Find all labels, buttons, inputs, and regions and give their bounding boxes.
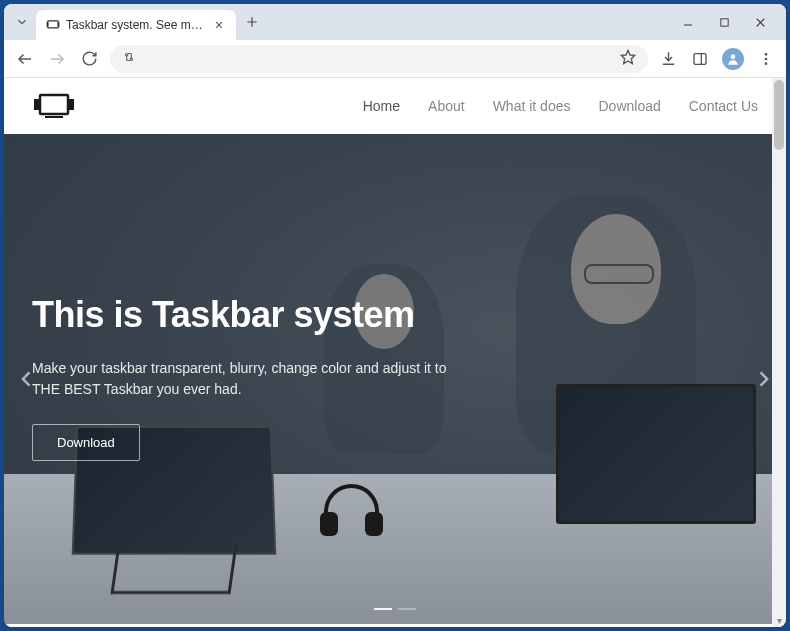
window-controls [678,12,778,32]
tab-close-button[interactable] [212,18,226,32]
carousel-dot-1[interactable] [374,608,392,610]
svg-rect-0 [48,21,59,28]
site-nav: Home About What it does Download Contact… [363,98,758,114]
hero-title: This is Taskbar system [32,294,472,336]
svg-rect-28 [40,95,68,114]
svg-rect-1 [47,22,49,27]
site-logo-icon[interactable] [32,91,76,121]
profile-avatar[interactable] [722,48,744,70]
svg-rect-2 [58,22,60,27]
svg-marker-19 [621,50,634,63]
nav-about[interactable]: About [428,98,465,114]
downloads-icon[interactable] [658,49,678,69]
new-tab-button[interactable] [240,10,264,34]
svg-rect-29 [34,99,40,110]
browser-tab[interactable]: Taskbar system. See more - do... [36,10,236,40]
maximize-button[interactable] [714,12,734,32]
hero-content: This is Taskbar system Make your taskbar… [32,294,472,461]
hero-section: This is Taskbar system Make your taskbar… [4,134,786,624]
site-header: Home About What it does Download Contact… [4,78,786,134]
side-panel-icon[interactable] [690,49,710,69]
carousel-next-button[interactable] [748,359,778,399]
carousel-prev-button[interactable] [12,359,42,399]
carousel-dot-2[interactable] [398,608,416,610]
reload-button[interactable] [78,48,100,70]
svg-point-26 [765,57,768,60]
svg-point-25 [765,53,768,56]
tab-search-button[interactable] [12,12,32,32]
svg-point-13 [126,53,128,55]
forward-button[interactable] [46,48,68,70]
svg-point-14 [130,58,132,60]
browser-window: Taskbar system. See more - do... [4,4,786,627]
svg-rect-22 [694,53,706,64]
close-window-button[interactable] [750,12,770,32]
tab-favicon-icon [46,18,60,32]
back-button[interactable] [14,48,36,70]
nav-home[interactable]: Home [363,98,400,114]
address-bar[interactable] [110,45,648,73]
scrollbar-down-icon[interactable]: ▾ [772,613,786,627]
minimize-button[interactable] [678,12,698,32]
bookmark-star-icon[interactable] [620,49,636,69]
nav-download[interactable]: Download [598,98,660,114]
svg-point-27 [765,62,768,65]
tab-title: Taskbar system. See more - do... [66,18,206,32]
page-content: Home About What it does Download Contact… [4,78,786,627]
scrollbar-thumb[interactable] [774,80,784,150]
svg-point-24 [731,54,736,59]
tab-bar: Taskbar system. See more - do... [4,4,786,40]
nav-contact[interactable]: Contact Us [689,98,758,114]
carousel-dots [374,608,416,610]
scrollbar[interactable]: ▾ [772,78,786,627]
svg-rect-30 [68,99,74,110]
nav-what-it-does[interactable]: What it does [493,98,571,114]
hero-description: Make your taskbar transparent, blurry, c… [32,358,472,400]
svg-rect-8 [720,18,727,25]
site-info-icon[interactable] [122,50,136,68]
browser-toolbar [4,40,786,78]
hero-download-button[interactable]: Download [32,424,140,461]
menu-icon[interactable] [756,49,776,69]
